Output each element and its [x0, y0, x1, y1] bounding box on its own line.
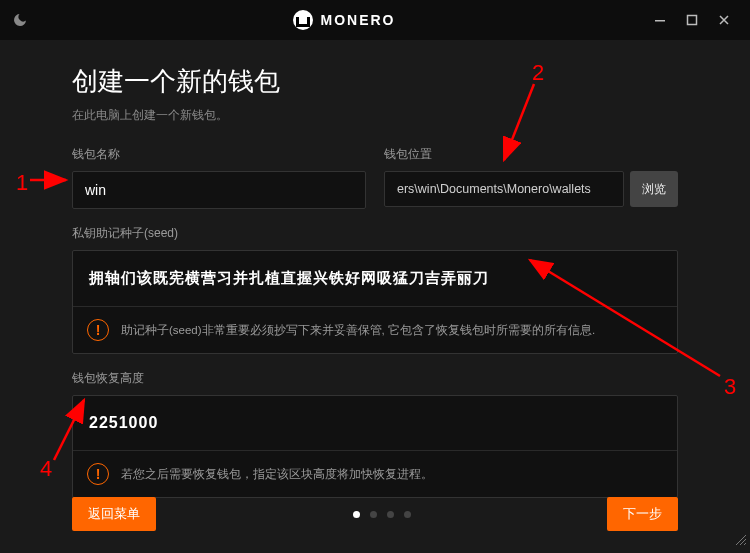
warning-icon: ! — [87, 319, 109, 341]
app-name: MONERO — [321, 12, 396, 28]
app-title: MONERO — [293, 10, 396, 30]
wallet-location-label: 钱包位置 — [384, 146, 678, 163]
step-dot-4[interactable] — [404, 511, 411, 518]
maximize-button[interactable] — [678, 6, 706, 34]
annotation-number-1: 1 — [16, 170, 28, 196]
restore-height-value: 2251000 — [73, 396, 677, 450]
seed-box: 拥轴们该既宪横营习并扎植直握兴铁好网吸猛刀吉弄丽刀 ! 助记种子(seed)非常… — [72, 250, 678, 354]
back-button[interactable]: 返回菜单 — [72, 497, 156, 531]
monero-logo-icon — [293, 10, 313, 30]
theme-toggle-icon[interactable] — [12, 12, 28, 28]
restore-height-label: 钱包恢复高度 — [72, 370, 678, 387]
seed-words: 拥轴们该既宪横营习并扎植直握兴铁好网吸猛刀吉弄丽刀 — [73, 251, 677, 306]
seed-label: 私钥助记种子(seed) — [72, 225, 678, 242]
step-dot-2[interactable] — [370, 511, 377, 518]
restore-height-warning-text: 若您之后需要恢复钱包，指定该区块高度将加快恢复进程。 — [121, 466, 433, 482]
wallet-location-input[interactable] — [384, 171, 624, 207]
close-button[interactable] — [710, 6, 738, 34]
titlebar: MONERO — [0, 0, 750, 40]
svg-rect-0 — [655, 20, 665, 22]
next-button[interactable]: 下一步 — [607, 497, 678, 531]
footer: 返回菜单 下一步 — [72, 497, 678, 531]
page-title: 创建一个新的钱包 — [72, 64, 678, 99]
wallet-name-input[interactable] — [72, 171, 366, 209]
main-content: 创建一个新的钱包 在此电脑上创建一个新钱包。 钱包名称 钱包位置 浏览 私钥助记… — [0, 40, 750, 508]
annotation-number-3: 3 — [724, 374, 736, 400]
annotation-number-2: 2 — [532, 60, 544, 86]
annotation-number-4: 4 — [40, 456, 52, 482]
svg-rect-1 — [688, 16, 697, 25]
page-subtitle: 在此电脑上创建一个新钱包。 — [72, 107, 678, 124]
resize-handle-icon[interactable] — [733, 532, 747, 550]
step-dot-3[interactable] — [387, 511, 394, 518]
seed-warning-text: 助记种子(seed)非常重要必须抄写下来并妥善保管, 它包含了恢复钱包时所需要的… — [121, 322, 595, 338]
minimize-button[interactable] — [646, 6, 674, 34]
browse-button[interactable]: 浏览 — [630, 171, 678, 207]
step-dots — [353, 511, 411, 518]
step-dot-1[interactable] — [353, 511, 360, 518]
restore-height-box: 2251000 ! 若您之后需要恢复钱包，指定该区块高度将加快恢复进程。 — [72, 395, 678, 498]
warning-icon: ! — [87, 463, 109, 485]
wallet-name-label: 钱包名称 — [72, 146, 366, 163]
